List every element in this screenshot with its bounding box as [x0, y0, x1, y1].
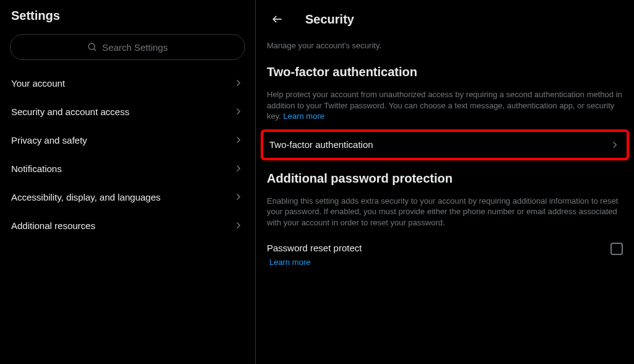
chevron-right-icon	[233, 163, 244, 174]
chevron-right-icon	[233, 106, 244, 117]
panel-title: Security	[305, 12, 354, 27]
panel-subtitle: Manage your account's security.	[256, 35, 634, 61]
back-button[interactable]	[267, 9, 288, 30]
sidebar-item-label: Security and account access	[11, 106, 129, 117]
sidebar-item-label: Privacy and safety	[11, 135, 87, 145]
password-reset-protect-row: Password reset protect	[256, 235, 634, 255]
svg-line-1	[94, 49, 96, 51]
chevron-right-icon	[233, 77, 244, 89]
page-title: Settings	[0, 0, 255, 32]
search-icon	[87, 42, 97, 52]
sidebar-item-privacy[interactable]: Privacy and safety	[0, 126, 255, 154]
chevron-right-icon	[233, 191, 244, 202]
learn-more-link[interactable]: Learn more	[256, 255, 634, 274]
section-desc-2fa: Help protect your account from unauthori…	[256, 83, 634, 129]
password-reset-protect-checkbox[interactable]	[610, 243, 623, 255]
search-input[interactable]: Search Settings	[10, 34, 245, 60]
sidebar-item-additional-resources[interactable]: Additional resources	[0, 211, 255, 240]
toggle-label: Password reset protect	[267, 243, 362, 253]
learn-more-link[interactable]: Learn more	[284, 111, 324, 121]
svg-point-0	[89, 43, 95, 50]
sidebar-item-notifications[interactable]: Notifications	[0, 154, 255, 183]
search-wrap: Search Settings	[0, 32, 255, 69]
settings-sidebar: Settings Search Settings Your account Se…	[0, 0, 256, 364]
settings-nav-list: Your account Security and account access…	[0, 69, 255, 240]
sidebar-item-label: Additional resources	[11, 220, 95, 231]
section-heading-password-protection: Additional password protection	[256, 160, 634, 189]
sidebar-item-accessibility[interactable]: Accessibility, display, and languages	[0, 183, 255, 211]
arrow-left-icon	[271, 13, 284, 25]
panel-header: Security	[256, 4, 634, 35]
sidebar-item-label: Accessibility, display, and languages	[11, 192, 160, 202]
sidebar-item-label: Your account	[11, 78, 65, 89]
security-panel: Security Manage your account's security.…	[256, 0, 634, 364]
two-factor-auth-row[interactable]: Two-factor authentication	[261, 129, 629, 160]
section-heading-2fa: Two-factor authentication	[256, 61, 634, 83]
row-label: Two-factor authentication	[269, 139, 373, 150]
sidebar-item-your-account[interactable]: Your account	[0, 69, 255, 97]
section-desc-password-protection: Enabling this setting adds extra securit…	[256, 189, 634, 236]
search-placeholder: Search Settings	[102, 42, 168, 53]
sidebar-item-security-access[interactable]: Security and account access	[0, 97, 255, 126]
chevron-right-icon	[233, 134, 244, 145]
sidebar-item-label: Notifications	[11, 163, 62, 174]
chevron-right-icon	[609, 139, 620, 150]
chevron-right-icon	[233, 220, 244, 231]
